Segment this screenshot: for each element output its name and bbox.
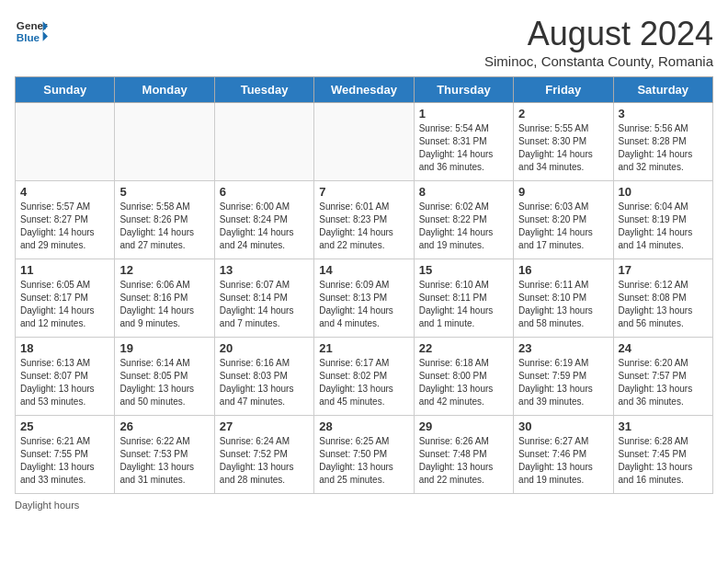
- calendar-cell: 7Sunrise: 6:01 AM Sunset: 8:23 PM Daylig…: [314, 181, 414, 259]
- day-number: 3: [619, 107, 708, 121]
- day-number: 27: [220, 419, 309, 433]
- calendar-week-row: 25Sunrise: 6:21 AM Sunset: 7:55 PM Dayli…: [16, 416, 713, 494]
- day-info: Sunrise: 5:57 AM Sunset: 8:27 PM Dayligh…: [20, 201, 109, 252]
- day-number: 20: [220, 341, 309, 355]
- day-number: 22: [419, 341, 508, 355]
- day-info: Sunrise: 6:14 AM Sunset: 8:05 PM Dayligh…: [119, 357, 209, 408]
- day-info: Sunrise: 6:01 AM Sunset: 8:23 PM Dayligh…: [319, 201, 408, 252]
- day-info: Sunrise: 5:55 AM Sunset: 8:30 PM Dayligh…: [518, 122, 608, 174]
- day-info: Sunrise: 6:03 AM Sunset: 8:20 PM Dayligh…: [518, 201, 608, 252]
- calendar-cell: 24Sunrise: 6:20 AM Sunset: 7:57 PM Dayli…: [613, 338, 712, 416]
- calendar-cell: 19Sunrise: 6:14 AM Sunset: 8:05 PM Dayli…: [115, 338, 214, 416]
- calendar-cell: 29Sunrise: 6:26 AM Sunset: 7:48 PM Dayli…: [414, 416, 513, 494]
- title-area: August 2024 Siminoc, Constanta County, R…: [484, 15, 713, 69]
- day-info: Sunrise: 6:13 AM Sunset: 8:07 PM Dayligh…: [20, 357, 109, 408]
- day-number: 6: [220, 185, 309, 199]
- calendar-cell: 26Sunrise: 6:22 AM Sunset: 7:53 PM Dayli…: [115, 416, 214, 494]
- svg-text:Blue: Blue: [17, 31, 40, 43]
- calendar-cell: 16Sunrise: 6:11 AM Sunset: 8:10 PM Dayli…: [514, 259, 613, 338]
- calendar-cell: 21Sunrise: 6:17 AM Sunset: 8:02 PM Dayli…: [314, 338, 414, 416]
- day-number: 21: [319, 341, 408, 355]
- day-number: 4: [20, 185, 109, 199]
- day-number: 17: [619, 263, 708, 277]
- day-info: Sunrise: 6:00 AM Sunset: 8:24 PM Dayligh…: [220, 201, 309, 252]
- calendar-week-row: 18Sunrise: 6:13 AM Sunset: 8:07 PM Dayli…: [16, 338, 713, 416]
- weekday-header-sunday: Sunday: [16, 77, 115, 103]
- day-number: 29: [419, 419, 508, 433]
- day-info: Sunrise: 6:21 AM Sunset: 7:55 PM Dayligh…: [20, 435, 109, 487]
- calendar-cell: 13Sunrise: 6:07 AM Sunset: 8:14 PM Dayli…: [214, 259, 313, 338]
- day-info: Sunrise: 6:25 AM Sunset: 7:50 PM Dayligh…: [319, 435, 408, 487]
- day-number: 14: [319, 263, 408, 277]
- day-number: 30: [518, 419, 608, 433]
- calendar-cell: 15Sunrise: 6:10 AM Sunset: 8:11 PM Dayli…: [414, 259, 513, 338]
- day-info: Sunrise: 6:28 AM Sunset: 7:45 PM Dayligh…: [619, 435, 708, 487]
- day-number: 26: [119, 419, 209, 433]
- day-number: 13: [220, 263, 309, 277]
- day-number: 1: [419, 107, 508, 121]
- day-info: Sunrise: 6:05 AM Sunset: 8:17 PM Dayligh…: [20, 279, 109, 330]
- day-info: Sunrise: 6:07 AM Sunset: 8:14 PM Dayligh…: [220, 279, 309, 330]
- calendar-cell: 9Sunrise: 6:03 AM Sunset: 8:20 PM Daylig…: [514, 181, 613, 259]
- day-number: 25: [20, 419, 109, 433]
- calendar-cell: 2Sunrise: 5:55 AM Sunset: 8:30 PM Daylig…: [514, 103, 613, 181]
- day-number: 12: [119, 263, 209, 277]
- calendar-table: SundayMondayTuesdayWednesdayThursdayFrid…: [15, 76, 713, 494]
- calendar-cell: 11Sunrise: 6:05 AM Sunset: 8:17 PM Dayli…: [16, 259, 115, 338]
- weekday-header-tuesday: Tuesday: [214, 77, 313, 103]
- calendar-cell: 10Sunrise: 6:04 AM Sunset: 8:19 PM Dayli…: [613, 181, 712, 259]
- calendar-week-row: 4Sunrise: 5:57 AM Sunset: 8:27 PM Daylig…: [16, 181, 713, 259]
- day-number: 2: [518, 107, 608, 121]
- day-info: Sunrise: 6:18 AM Sunset: 8:00 PM Dayligh…: [419, 357, 508, 408]
- logo: General Blue: [15, 15, 48, 48]
- calendar-week-row: 1Sunrise: 5:54 AM Sunset: 8:31 PM Daylig…: [16, 103, 713, 181]
- calendar-cell: 25Sunrise: 6:21 AM Sunset: 7:55 PM Dayli…: [16, 416, 115, 494]
- calendar-cell: 6Sunrise: 6:00 AM Sunset: 8:24 PM Daylig…: [214, 181, 313, 259]
- day-info: Sunrise: 5:54 AM Sunset: 8:31 PM Dayligh…: [419, 122, 508, 174]
- calendar-cell: 3Sunrise: 5:56 AM Sunset: 8:28 PM Daylig…: [613, 103, 712, 181]
- day-number: 18: [20, 341, 109, 355]
- day-number: 5: [119, 185, 209, 199]
- calendar-cell: 1Sunrise: 5:54 AM Sunset: 8:31 PM Daylig…: [414, 103, 513, 181]
- daylight-label: Daylight hours: [15, 500, 79, 511]
- day-number: 24: [619, 341, 708, 355]
- day-info: Sunrise: 6:26 AM Sunset: 7:48 PM Dayligh…: [419, 435, 508, 487]
- header: General Blue August 2024 Siminoc, Consta…: [15, 15, 713, 69]
- calendar-cell: [314, 103, 414, 181]
- calendar-cell: 23Sunrise: 6:19 AM Sunset: 7:59 PM Dayli…: [514, 338, 613, 416]
- calendar-cell: 22Sunrise: 6:18 AM Sunset: 8:00 PM Dayli…: [414, 338, 513, 416]
- day-info: Sunrise: 6:22 AM Sunset: 7:53 PM Dayligh…: [119, 435, 209, 487]
- calendar-cell: 28Sunrise: 6:25 AM Sunset: 7:50 PM Dayli…: [314, 416, 414, 494]
- day-number: 10: [619, 185, 708, 199]
- calendar-cell: 4Sunrise: 5:57 AM Sunset: 8:27 PM Daylig…: [16, 181, 115, 259]
- weekday-header-thursday: Thursday: [414, 77, 513, 103]
- calendar-cell: 18Sunrise: 6:13 AM Sunset: 8:07 PM Dayli…: [16, 338, 115, 416]
- calendar-cell: 14Sunrise: 6:09 AM Sunset: 8:13 PM Dayli…: [314, 259, 414, 338]
- day-info: Sunrise: 6:10 AM Sunset: 8:11 PM Dayligh…: [419, 279, 508, 330]
- calendar-cell: 20Sunrise: 6:16 AM Sunset: 8:03 PM Dayli…: [214, 338, 313, 416]
- footer-note: Daylight hours: [15, 500, 713, 511]
- calendar-cell: 30Sunrise: 6:27 AM Sunset: 7:46 PM Dayli…: [514, 416, 613, 494]
- day-info: Sunrise: 6:09 AM Sunset: 8:13 PM Dayligh…: [319, 279, 408, 330]
- day-number: 31: [619, 419, 708, 433]
- day-number: 19: [119, 341, 209, 355]
- weekday-header-monday: Monday: [115, 77, 214, 103]
- day-number: 11: [20, 263, 109, 277]
- day-info: Sunrise: 5:58 AM Sunset: 8:26 PM Dayligh…: [119, 201, 209, 252]
- day-info: Sunrise: 6:20 AM Sunset: 7:57 PM Dayligh…: [619, 357, 708, 408]
- day-info: Sunrise: 6:19 AM Sunset: 7:59 PM Dayligh…: [518, 357, 608, 408]
- calendar-cell: 8Sunrise: 6:02 AM Sunset: 8:22 PM Daylig…: [414, 181, 513, 259]
- day-info: Sunrise: 6:12 AM Sunset: 8:08 PM Dayligh…: [619, 279, 708, 330]
- calendar-cell: 17Sunrise: 6:12 AM Sunset: 8:08 PM Dayli…: [613, 259, 712, 338]
- day-number: 15: [419, 263, 508, 277]
- calendar-cell: [16, 103, 115, 181]
- day-info: Sunrise: 6:06 AM Sunset: 8:16 PM Dayligh…: [119, 279, 209, 330]
- day-info: Sunrise: 6:24 AM Sunset: 7:52 PM Dayligh…: [220, 435, 309, 487]
- day-number: 28: [319, 419, 408, 433]
- day-info: Sunrise: 5:56 AM Sunset: 8:28 PM Dayligh…: [619, 122, 708, 174]
- month-title: August 2024: [484, 15, 713, 53]
- calendar-cell: 5Sunrise: 5:58 AM Sunset: 8:26 PM Daylig…: [115, 181, 214, 259]
- generalblue-logo-icon: General Blue: [15, 15, 48, 48]
- day-info: Sunrise: 6:27 AM Sunset: 7:46 PM Dayligh…: [518, 435, 608, 487]
- day-number: 9: [518, 185, 608, 199]
